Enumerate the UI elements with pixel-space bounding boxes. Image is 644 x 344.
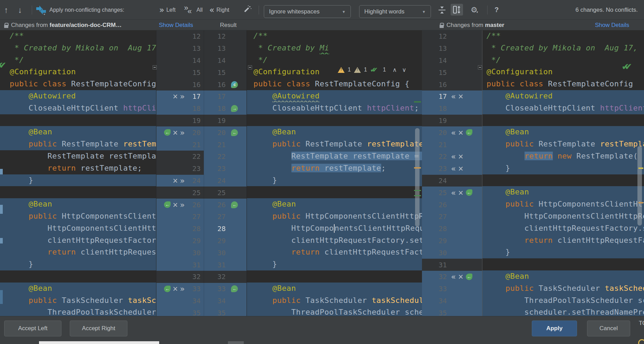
weak-warning-icon[interactable] <box>354 67 361 73</box>
ignore-change-icon[interactable]: × <box>458 153 463 160</box>
resolve-change-icon[interactable]: ← <box>164 129 171 136</box>
code-token: public <box>10 212 62 220</box>
apply-nonconflicting-all-button[interactable]: »« All <box>184 0 203 20</box>
sync-scrolling-button[interactable] <box>451 4 463 16</box>
spring-config-gutter-icon[interactable]: c <box>231 81 238 88</box>
line-number: 35 <box>422 309 447 316</box>
highlight-words-dropdown[interactable]: Highlight words ▼ <box>359 5 431 18</box>
inspection-widget: 1 1 ✔✔ 1 ∧ ∨ <box>338 65 406 75</box>
gutter-row: ×»1717 <box>156 90 247 103</box>
apply-change-left-icon[interactable]: « <box>451 93 456 100</box>
resolve-change-icon[interactable]: ← <box>164 201 171 208</box>
collapse-unchanged-button[interactable] <box>437 0 447 20</box>
ignore-change-icon[interactable]: × <box>458 165 463 172</box>
apply-nonconflicting-left-button[interactable]: » Left <box>159 0 175 20</box>
apply-change-left-icon[interactable]: « <box>451 129 456 136</box>
code-token: RestTemplate restTemplate = new Re <box>291 152 422 160</box>
code-line-12: /** <box>482 30 644 42</box>
code-token <box>10 200 29 208</box>
apply-nonconflicting-right-button[interactable]: « Right <box>209 0 229 20</box>
apply-button[interactable]: Apply <box>532 321 577 336</box>
apply-change-right-icon[interactable]: » <box>180 129 185 136</box>
ignore-change-icon[interactable]: × <box>458 129 463 136</box>
gutter-row: 23«× <box>422 163 482 175</box>
code-token: HttpComponentsClientHttpReque <box>487 212 644 220</box>
resolve-change-icon[interactable]: ← <box>164 286 171 292</box>
code-line-22: RestTemplate restTemplate = new Re <box>247 150 422 162</box>
ignore-whitespaces-dropdown[interactable]: Ignore whitespaces ▼ <box>264 5 351 18</box>
spring-bean-in-icon[interactable]: ← <box>231 201 238 208</box>
gutter-row: 3030 <box>156 247 247 259</box>
right-vertical-scrollbar[interactable] <box>637 146 642 226</box>
ignore-change-icon[interactable]: × <box>173 129 178 136</box>
apply-change-right-icon[interactable]: » <box>180 201 185 208</box>
gutter-row: 2929 <box>156 235 247 247</box>
accept-right-button[interactable]: Accept Right <box>70 321 127 336</box>
warning-icon[interactable] <box>338 67 345 73</box>
cancel-button[interactable]: Cancel <box>587 321 630 336</box>
spring-bean-out-icon[interactable]: → <box>231 105 238 112</box>
fold-marker-icon[interactable] <box>153 65 157 69</box>
resolve-change-icon[interactable]: ← <box>466 274 472 280</box>
line-number: 15 <box>204 68 225 77</box>
code-line-23: return restTemplate; <box>247 162 422 174</box>
code-token: } <box>487 164 510 172</box>
gutter-row: 28 <box>422 223 482 235</box>
resolve-change-icon[interactable]: ← <box>466 129 472 136</box>
help-icon[interactable]: ? <box>494 6 499 14</box>
code-line-32: @Bean <box>482 270 644 283</box>
code-line-21: public RestTemplate restTemplateHttpClie… <box>247 138 422 150</box>
accept-left-button[interactable]: Accept Left <box>4 321 61 336</box>
spring-bean-in-icon[interactable]: ← <box>231 129 238 136</box>
apply-change-left-icon[interactable]: « <box>451 165 456 172</box>
result-vertical-scrollbar[interactable] <box>415 128 420 227</box>
apply-change-right-icon[interactable]: » <box>180 177 185 184</box>
fold-marker-icon[interactable] <box>478 65 482 69</box>
next-problem-icon[interactable]: ∨ <box>402 66 406 73</box>
code-line-13: * Created by Mi <box>247 42 422 54</box>
right-show-details-link[interactable]: Show Details <box>595 22 629 29</box>
code-token <box>487 188 506 196</box>
code-token: /** <box>10 31 24 40</box>
code-line-26: @Bean <box>247 198 422 210</box>
settings-button[interactable]: ⚙ ▾ <box>471 0 478 20</box>
apply-change-left-icon[interactable]: « <box>451 153 456 160</box>
code-line-31: } <box>247 258 422 270</box>
ignore-change-icon[interactable]: × <box>173 93 178 100</box>
ignore-change-icon[interactable]: × <box>458 273 463 280</box>
ignore-change-icon[interactable]: × <box>173 285 178 292</box>
apply-change-left-icon[interactable]: « <box>451 189 456 196</box>
gutter-row: 20«×← <box>422 126 482 138</box>
apply-change-right-icon[interactable]: » <box>180 93 185 100</box>
code-token: @Bean <box>29 127 52 136</box>
apply-all-nonconflicting-icon[interactable] <box>35 0 47 20</box>
line-number: 33 <box>422 285 447 293</box>
prev-problem-icon[interactable]: ∧ <box>393 66 397 73</box>
resolve-change-icon[interactable]: ← <box>466 189 472 196</box>
code-line-30: } <box>482 246 644 258</box>
code-token: CloseableHttpClient <box>253 104 367 112</box>
weak-warning-count: 1 <box>364 67 367 73</box>
ignore-change-icon[interactable]: × <box>458 93 463 100</box>
apply-change-right-icon[interactable]: » <box>180 285 185 292</box>
ignore-change-icon[interactable]: × <box>458 189 463 196</box>
ignore-change-icon[interactable]: × <box>173 201 178 208</box>
ignore-change-icon[interactable]: × <box>173 177 178 184</box>
code-token: RestTemplate <box>306 140 367 148</box>
magic-resolve-button[interactable] <box>242 0 252 20</box>
code-line-16: public class RestTemplateConfig <box>482 78 644 90</box>
left-show-details-link[interactable]: Show Details <box>159 22 193 29</box>
code-token: @Bean <box>506 127 529 136</box>
code-line-24 <box>482 174 644 187</box>
previous-change-icon[interactable]: ↑ <box>4 5 8 15</box>
code-line-33: public TaskScheduler taskScheduler <box>482 283 644 295</box>
code-token: TaskScheduler <box>62 296 128 305</box>
apply-change-left-icon[interactable]: « <box>451 273 456 280</box>
magic-wand-icon <box>242 5 252 15</box>
fold-marker-icon[interactable] <box>248 65 252 69</box>
code-token: @Autowired <box>272 92 320 100</box>
next-change-icon[interactable]: ↓ <box>18 5 22 15</box>
left-branch-name: feature/action-doc-CRM… <box>50 22 122 28</box>
ok-checks-icon: ✔✔ <box>370 66 380 74</box>
spring-bean-in-icon[interactable]: ← <box>231 285 238 292</box>
